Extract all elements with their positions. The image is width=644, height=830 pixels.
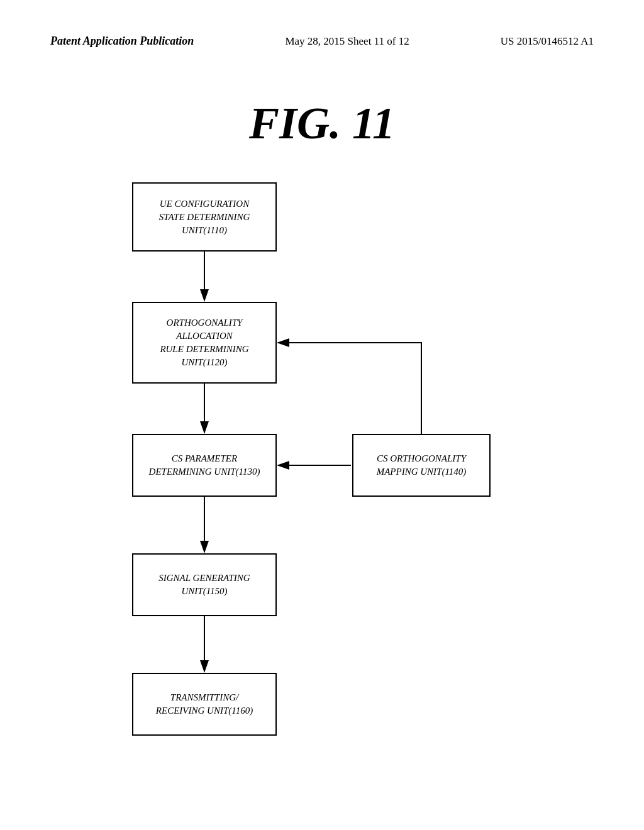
header-patent-number: US 2015/0146512 A1: [501, 35, 594, 48]
box-cs-orthogonality-mapping: CS ORTHOGONALITY MAPPING UNIT(1140): [352, 434, 491, 497]
header-publication-label: Patent Application Publication: [50, 35, 194, 48]
page: Patent Application Publication May 28, 2…: [0, 0, 644, 830]
arrows-svg: [50, 163, 591, 792]
figure-title: FIG. 11: [249, 97, 395, 150]
diagram: UE CONFIGURATION STATE DETERMINING UNIT(…: [50, 163, 591, 792]
box-ue-configuration: UE CONFIGURATION STATE DETERMINING UNIT(…: [132, 182, 277, 252]
box-signal-generating: SIGNAL GENERATING UNIT(1150): [132, 553, 277, 616]
box-cs-parameter: CS PARAMETER DETERMINING UNIT(1130): [132, 434, 277, 497]
header-date-sheet: May 28, 2015 Sheet 11 of 12: [285, 35, 409, 48]
header: Patent Application Publication May 28, 2…: [50, 35, 594, 48]
box-transmitting-receiving: TRANSMITTING/ RECEIVING UNIT(1160): [132, 673, 277, 736]
box-orthogonality-allocation: ORTHOGONALITY ALLOCATION RULE DETERMININ…: [132, 302, 277, 384]
